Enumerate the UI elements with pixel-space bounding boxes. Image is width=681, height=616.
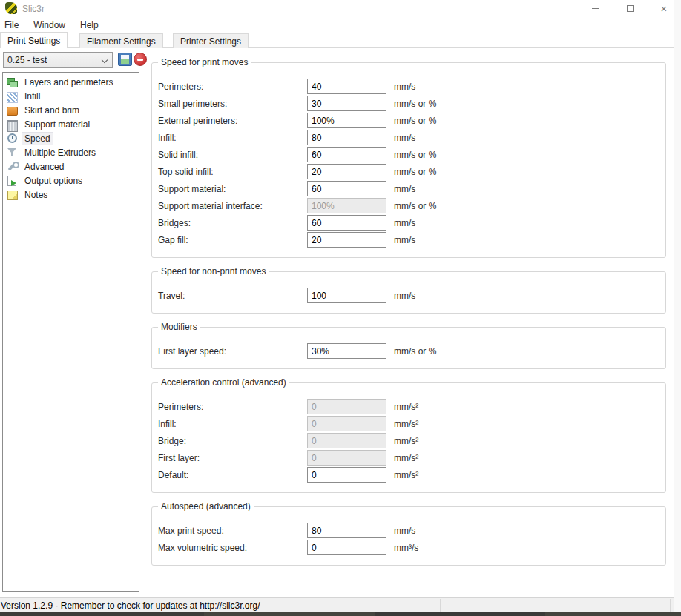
status-divider	[440, 599, 441, 612]
field-unit: mm/s²	[394, 470, 418, 480]
speed-icon	[7, 133, 18, 144]
field-row: Default:mm/s²	[158, 466, 659, 483]
field-unit: mm/s	[394, 218, 415, 228]
delete-preset-button[interactable]	[134, 53, 147, 66]
sidebar-item-infill[interactable]: Infill	[3, 89, 139, 103]
settings-tree: Layers and perimetersInfillSkirt and bri…	[2, 72, 139, 592]
field-input-bridge	[307, 433, 386, 448]
tab-printer-settings[interactable]: Printer Settings	[173, 33, 249, 48]
field-label: Max volumetric speed:	[158, 543, 307, 553]
group-acceleration-control-advanced-: Acceleration control (advanced)Perimeter…	[151, 382, 666, 493]
group-title: Autospeed (advanced)	[158, 501, 254, 511]
field-row: Perimeters:mm/s²	[158, 398, 659, 415]
field-input-top-solid-infill[interactable]	[307, 164, 386, 179]
sidebar-item-skirt-and-brim[interactable]: Skirt and brim	[3, 103, 139, 117]
field-row: Perimeters:mm/s	[158, 78, 659, 95]
note-icon	[7, 189, 18, 200]
field-label: First layer:	[158, 453, 307, 463]
field-input-bridges[interactable]	[307, 215, 386, 231]
window-title: Slic3r	[22, 4, 45, 14]
field-row: First layer speed:mm/s or %	[158, 342, 659, 360]
output-icon	[7, 175, 18, 186]
group-title: Modifiers	[158, 322, 200, 332]
field-unit: mm/s²	[394, 419, 418, 429]
field-row: Bridges:mm/s	[158, 214, 659, 231]
sidebar-item-support-material[interactable]: Support material	[3, 117, 139, 131]
field-input-first-layer	[307, 450, 386, 466]
save-preset-button[interactable]	[118, 53, 132, 66]
group-title: Speed for non-print moves	[158, 266, 269, 276]
status-divider	[670, 599, 671, 612]
field-label: Support material interface:	[158, 201, 307, 211]
field-label: Default:	[158, 470, 307, 480]
field-row: Gap fill:mm/s	[158, 231, 659, 248]
sidebar-item-output-options[interactable]: Output options	[3, 173, 139, 188]
slic3r-app-icon	[5, 2, 17, 14]
sidebar-item-label: Output options	[22, 175, 85, 187]
field-input-small-perimeters[interactable]	[307, 96, 386, 111]
field-unit: mm/s or %	[394, 150, 436, 160]
field-label: Support material:	[158, 184, 307, 194]
field-input-support-material[interactable]	[307, 181, 386, 196]
tab-print-settings[interactable]: Print Settings	[0, 32, 68, 48]
wrench-icon	[7, 161, 18, 172]
menu-item-window[interactable]: Window	[26, 19, 73, 32]
field-row: Bridge:mm/s²	[158, 432, 659, 449]
layers-icon	[7, 76, 18, 87]
skirt-icon	[7, 105, 18, 116]
menu-item-file[interactable]: File	[0, 19, 26, 32]
chevron-down-icon	[102, 57, 108, 63]
tab-filament-settings[interactable]: Filament Settings	[79, 33, 163, 48]
field-row: Travel:mm/s	[158, 287, 659, 304]
field-unit: mm/s	[394, 526, 415, 536]
maximize-icon	[627, 5, 634, 12]
group-speed-for-print-moves: Speed for print movesPerimeters:mm/sSmal…	[151, 62, 666, 258]
sidebar-item-notes[interactable]: Notes	[3, 188, 139, 202]
field-input-solid-infill[interactable]	[307, 147, 386, 162]
field-unit: mm/s	[394, 291, 415, 301]
field-label: Small perimeters:	[158, 99, 307, 109]
field-input-infill[interactable]	[307, 130, 386, 145]
sidebar-item-label: Infill	[22, 90, 42, 102]
field-input-max-volumetric-speed[interactable]	[307, 540, 386, 555]
minimize-icon	[592, 8, 599, 9]
field-input-travel[interactable]	[307, 288, 386, 303]
tab-bar: Print SettingsFilament SettingsPrinter S…	[0, 32, 674, 48]
sidebar-item-multiple-extruders[interactable]: Multiple Extruders	[3, 145, 139, 159]
field-input-default[interactable]	[307, 467, 386, 483]
close-button[interactable]: ×	[651, 0, 677, 16]
field-input-gap-fill[interactable]	[307, 232, 386, 248]
preset-row: 0.25 - test	[3, 52, 145, 68]
field-input-support-material-interface	[307, 198, 386, 213]
preset-dropdown[interactable]: 0.25 - test	[3, 52, 113, 68]
sidebar-item-label: Notes	[22, 189, 50, 201]
sidebar-item-advanced[interactable]: Advanced	[3, 159, 139, 173]
field-input-max-print-speed[interactable]	[307, 523, 386, 538]
maximize-button[interactable]	[617, 0, 642, 16]
field-row: Solid infill:mm/s or %	[158, 146, 659, 163]
field-label: Perimeters:	[158, 82, 307, 92]
field-unit: mm/s	[394, 133, 415, 143]
sidebar-item-layers-and-perimeters[interactable]: Layers and perimeters	[3, 75, 139, 89]
field-unit: mm/s	[394, 184, 415, 194]
field-unit: mm/s or %	[394, 167, 436, 177]
sidebar-item-label: Multiple Extruders	[22, 147, 98, 159]
taskbar-edge-strip	[0, 612, 681, 616]
menu-item-help[interactable]: Help	[73, 19, 106, 32]
field-input-perimeters[interactable]	[307, 79, 386, 94]
field-label: Solid infill:	[158, 150, 307, 160]
field-input-first-layer-speed[interactable]	[307, 343, 386, 359]
status-divider	[559, 599, 559, 612]
field-unit: mm/s²	[394, 453, 418, 463]
menu-bar: FileWindowHelp	[0, 18, 674, 32]
sidebar-item-label: Layers and perimeters	[22, 76, 115, 88]
minimize-button[interactable]	[583, 0, 608, 16]
sidebar-item-label: Speed	[22, 133, 53, 145]
preset-dropdown-value: 0.25 - test	[7, 55, 47, 65]
field-row: External perimeters:mm/s or %	[158, 112, 659, 129]
status-text: Version 1.2.9 - Remember to check for up…	[1, 600, 260, 611]
field-unit: mm/s	[394, 235, 415, 245]
sidebar-item-speed[interactable]: Speed	[3, 131, 139, 145]
field-input-external-perimeters[interactable]	[307, 113, 386, 128]
close-icon: ×	[661, 3, 668, 14]
